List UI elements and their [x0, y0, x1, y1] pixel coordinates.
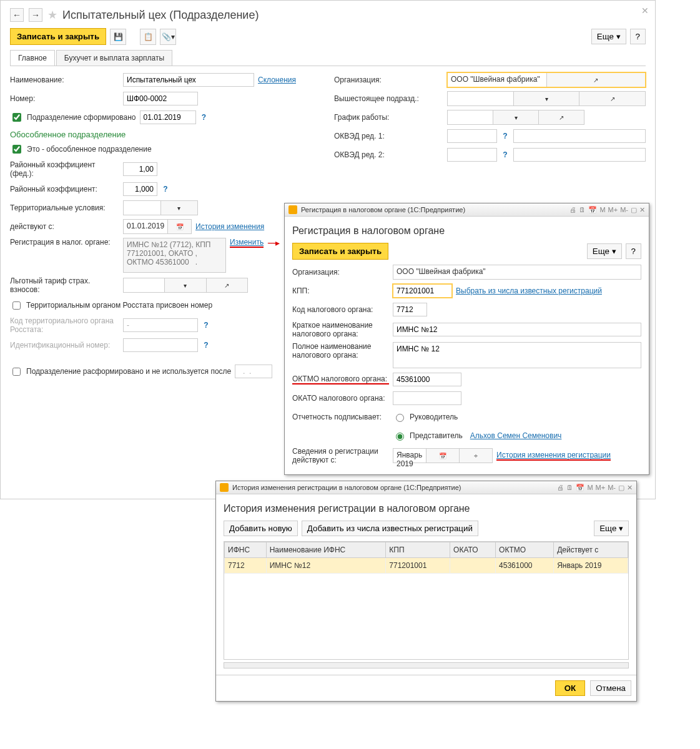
- calendar-icon[interactable]: 📅: [576, 484, 584, 492]
- full-input[interactable]: ИМНС № 12: [393, 342, 641, 368]
- calendar-icon[interactable]: 📅: [588, 206, 597, 214]
- m-button[interactable]: M: [587, 484, 593, 491]
- parent-select[interactable]: ▾↗: [447, 91, 646, 106]
- formed-checkbox[interactable]: [12, 113, 21, 122]
- okved2-label: ОКВЭД ред. 2:: [334, 150, 443, 159]
- sign-label: Отчетность подписывает:: [292, 413, 389, 421]
- sign-rep-radio[interactable]: [396, 433, 404, 441]
- org-select[interactable]: ООО "Швейная фабрика": [393, 265, 641, 280]
- valid-date-input[interactable]: Январь 2019📅÷: [393, 448, 493, 463]
- more-button[interactable]: Еще ▾: [587, 243, 622, 259]
- org-select[interactable]: ООО "Швейная фабрика"↗: [447, 72, 646, 87]
- close-icon[interactable]: ✕: [641, 6, 649, 16]
- save-button[interactable]: 💾: [110, 29, 126, 45]
- sign-manager-label: Руководитель: [410, 413, 458, 421]
- separate-label: Это - обособленное подразделение: [27, 145, 152, 154]
- okved2-desc-input[interactable]: [513, 148, 646, 162]
- rosstat-checkbox[interactable]: [12, 301, 21, 310]
- help-icon[interactable]: ?: [202, 341, 210, 350]
- open-icon[interactable]: ↗: [206, 278, 247, 292]
- list-button[interactable]: 📋: [140, 29, 156, 45]
- help-icon[interactable]: ?: [202, 321, 210, 330]
- m-button[interactable]: M: [599, 206, 605, 213]
- id-input[interactable]: [123, 338, 198, 352]
- m-minus-button[interactable]: M-: [620, 206, 628, 213]
- valid-history-link[interactable]: История изменения регистрации: [496, 451, 611, 461]
- name-input[interactable]: [123, 73, 254, 87]
- kpp-label: КПП:: [292, 286, 389, 295]
- save-close-button[interactable]: Записать и закрыть: [292, 243, 388, 260]
- calc-icon[interactable]: 🗓: [579, 206, 586, 213]
- from-date-input[interactable]: 01.01.2019📅: [123, 219, 192, 234]
- chevron-down-icon[interactable]: ▾: [164, 278, 205, 292]
- help-icon[interactable]: ?: [200, 113, 209, 122]
- forward-button[interactable]: →: [29, 8, 42, 22]
- m-plus-button[interactable]: M+: [608, 206, 618, 213]
- star-icon[interactable]: ★: [47, 8, 57, 22]
- chevron-down-icon[interactable]: ▾: [513, 92, 579, 105]
- print-icon[interactable]: 🖨: [569, 206, 576, 213]
- okved1-desc-input[interactable]: [513, 129, 646, 143]
- okato-input[interactable]: [393, 391, 461, 405]
- maximize-icon[interactable]: ▢: [618, 484, 624, 492]
- rk-fed-input[interactable]: [123, 162, 157, 176]
- m-plus-button[interactable]: M+: [596, 484, 606, 491]
- okved1-input[interactable]: [447, 129, 497, 143]
- close-icon[interactable]: ✕: [639, 206, 645, 214]
- declensions-link[interactable]: Склонения: [258, 76, 296, 84]
- code-input[interactable]: [393, 303, 427, 316]
- oktmo-input[interactable]: [393, 373, 461, 386]
- open-icon[interactable]: ↗: [579, 92, 645, 105]
- open-icon[interactable]: ↗: [538, 110, 584, 124]
- tab-payroll[interactable]: Бухучет и выплата зарплаты: [56, 50, 172, 66]
- full-label: Полное наименование налогового органа:: [292, 342, 389, 360]
- more-button[interactable]: Еще ▾: [591, 29, 626, 44]
- help-icon[interactable]: ?: [161, 185, 170, 193]
- change-link[interactable]: Изменить: [230, 238, 264, 248]
- rosstat-code-input[interactable]: [123, 318, 198, 332]
- number-input[interactable]: [123, 92, 198, 105]
- attach-button[interactable]: 📎▾: [160, 29, 176, 45]
- tariff-select[interactable]: ▾↗: [123, 278, 248, 293]
- formed-label: Подразделение сформировано: [27, 113, 136, 122]
- sched-select[interactable]: ▾↗: [447, 110, 584, 125]
- okved2-input[interactable]: [447, 148, 497, 162]
- help-icon[interactable]: ?: [501, 132, 510, 140]
- code-label: Код налогового органа:: [292, 305, 389, 314]
- save-close-button[interactable]: Записать и закрыть: [10, 28, 106, 45]
- help-icon[interactable]: ?: [501, 150, 510, 159]
- tab-main[interactable]: Главное: [10, 50, 55, 66]
- kpp-select-link[interactable]: Выбрать из числа известных регистраций: [456, 286, 602, 295]
- terr-select[interactable]: ▾: [123, 200, 198, 215]
- calc-icon[interactable]: 🗓: [566, 484, 573, 491]
- rk-fed-label: Районный коэффициент (фед.):: [10, 160, 119, 178]
- separate-checkbox[interactable]: [12, 145, 21, 154]
- m-minus-button[interactable]: M-: [608, 484, 616, 491]
- rk-input[interactable]: [123, 182, 157, 196]
- history-link[interactable]: История изменения: [195, 222, 264, 231]
- chevron-down-icon[interactable]: ▾: [493, 110, 538, 124]
- close-icon[interactable]: ✕: [627, 484, 633, 492]
- maximize-icon[interactable]: ▢: [631, 206, 637, 214]
- calendar-icon[interactable]: 📅: [167, 220, 191, 233]
- kpp-input[interactable]: [393, 284, 452, 298]
- sched-label: График работы:: [334, 113, 443, 122]
- spinner-icon[interactable]: ÷: [459, 449, 492, 463]
- separate-heading: Обособленное подразделение: [10, 130, 322, 139]
- sign-manager-radio[interactable]: [396, 414, 404, 422]
- chevron-down-icon[interactable]: ▾: [160, 201, 198, 215]
- help-button[interactable]: ?: [626, 243, 641, 259]
- disband-checkbox[interactable]: [12, 368, 21, 376]
- calendar-icon[interactable]: 📅: [426, 449, 459, 463]
- disband-date-input[interactable]: [235, 365, 272, 378]
- rep-link[interactable]: Альхов Семен Семенович: [470, 431, 562, 440]
- print-icon[interactable]: 🖨: [557, 484, 564, 491]
- short-input[interactable]: [393, 323, 641, 336]
- reg-textarea[interactable]: ИМНС №12 (7712), КПП 771201001, ОКАТО , …: [123, 238, 226, 273]
- formed-date-input[interactable]: [140, 110, 196, 124]
- back-button[interactable]: ←: [10, 8, 24, 22]
- history-popup: История изменения регистрации в налогово…: [215, 481, 637, 499]
- open-icon[interactable]: ↗: [546, 73, 646, 87]
- help-button[interactable]: ?: [630, 29, 646, 44]
- tariff-label: Льготный тариф страх. взносов:: [10, 277, 119, 294]
